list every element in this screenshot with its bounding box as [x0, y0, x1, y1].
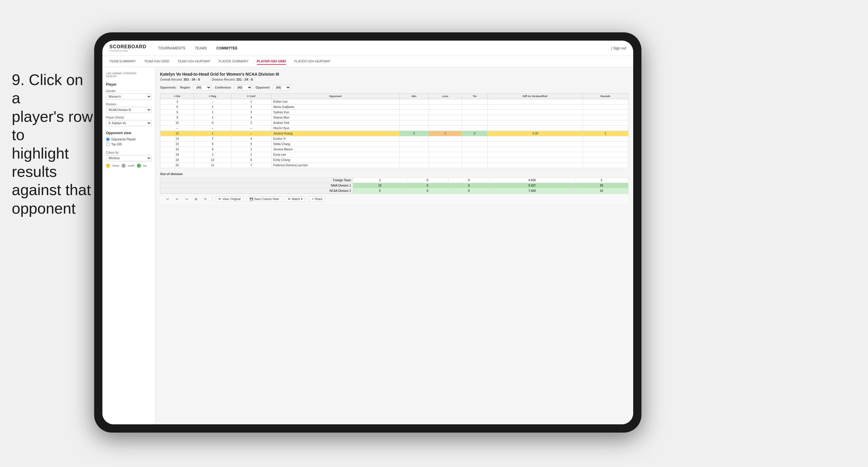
toolbar-divider [212, 196, 212, 202]
save-custom-button[interactable]: 💾 Save Custom View [247, 196, 282, 202]
tab-team-summary[interactable]: TEAM SUMMARY [110, 58, 136, 65]
panel-title: Katelyn Vo Head-to-Head Grid for Women's… [160, 72, 628, 76]
copy-button[interactable]: ⊞ [193, 196, 199, 201]
table-row[interactable]: 1822Euna Lee [160, 152, 628, 157]
watch-icon: 👁 [288, 197, 291, 201]
colour-by-select[interactable]: Win/loss [106, 155, 152, 161]
logo: SCOREBOARD Powered by clippi [110, 44, 147, 52]
main-content: Last Updated: 27/03/2024 16:55:28 Player… [102, 67, 633, 424]
sidebar: Last Updated: 27/03/2024 16:55:28 Player… [102, 67, 155, 424]
table-row[interactable]: 613Sydney Kuo [160, 110, 628, 115]
out-of-division-table: Foreign Team1004.5002NAIA Division 11500… [160, 178, 628, 194]
table-row[interactable]: 20117Federica Domecq Lacroze [160, 163, 628, 168]
sidebar-timestamp: Last Updated: 27/03/2024 16:55:28 [106, 72, 152, 78]
sub-nav: TEAM SUMMARY TEAM H2H GRID TEAM H2H HEAT… [102, 56, 633, 67]
dot-down [106, 164, 110, 168]
tab-player-summary[interactable]: PLAYER SUMMARY [219, 58, 249, 65]
out-div-row[interactable]: NCAA Division 25007.40010 [160, 188, 628, 194]
region-filter-label: Region [180, 86, 190, 89]
tab-team-h2h-heatmap[interactable]: TEAM H2H HEATMAP [178, 58, 210, 65]
colour-by-label: Colour by [106, 151, 152, 154]
redo-button[interactable]: ↩ [174, 196, 180, 201]
table-row[interactable]: 1585Stella Chang [160, 142, 628, 147]
main-panel: Katelyn Vo Head-to-Head Grid for Women's… [155, 67, 633, 424]
table-row[interactable]: 131–Jessica Huang010-3.002 [160, 131, 628, 136]
dot-up-label: Up [143, 164, 147, 167]
view-original-icon: 👁 [218, 197, 221, 201]
undo-button[interactable]: ↩ [165, 196, 170, 201]
share-button[interactable]: ↗ Share [309, 196, 326, 202]
tab-player-h2h-grid[interactable]: PLAYER H2H GRID [257, 58, 286, 65]
out-div-row[interactable]: NAIA Division 115009.26730 [160, 183, 628, 188]
logo-subtitle: Powered by clippi [110, 50, 147, 52]
view-original-button[interactable]: 👁 View: Original [216, 196, 243, 202]
opponent-view-section: Opponent view Opponents Played Top 100 [106, 131, 152, 146]
nav-teams[interactable]: TEAMS [195, 45, 207, 52]
opponent-filter-label: Opponent [256, 86, 270, 89]
tablet-screen: SCOREBOARD Powered by clippi TOURNAMENTS… [102, 41, 633, 424]
table-row[interactable]: 19106Emily Chang [160, 157, 628, 163]
save-icon: 💾 [249, 197, 253, 201]
filter-row: Opponents: Region (All) Conference (All)… [160, 85, 628, 90]
player-rank-select[interactable]: 8. Katelyn Vo [106, 120, 152, 126]
table-row[interactable]: 1691Jessica Mason [160, 147, 628, 152]
opponent-filter-select[interactable]: (All) [273, 85, 291, 90]
table-row[interactable]: 3–1Esther Lee [160, 99, 628, 104]
table-row[interactable]: –––HeeJo Hyun [160, 126, 628, 131]
out-of-division-header: Out of division [160, 172, 628, 176]
colour-legend: Down Level Up [106, 164, 152, 168]
gender-label: Gender [106, 89, 152, 93]
annotation-text: 9. Click on aplayer's row tohighlight re… [12, 71, 94, 217]
th-tie: Tie [462, 94, 487, 99]
conference-filter-select[interactable]: (All) [235, 85, 252, 90]
tablet-frame: SCOREBOARD Powered by clippi TOURNAMENTS… [94, 32, 642, 433]
overall-record: Overall Record: 353 - 34 - 6 [160, 78, 200, 81]
tab-player-h2h-heatmap[interactable]: PLAYER H2H HEATMAP [294, 58, 331, 65]
th-div: # Div [160, 94, 194, 99]
forward-button[interactable]: ↪ [184, 196, 189, 201]
th-reg: # Reg [194, 94, 231, 99]
th-rounds: Rounds [583, 94, 628, 99]
th-loss: Loss [428, 94, 462, 99]
radio-top-100[interactable]: Top 100 [106, 143, 152, 146]
share-icon: ↗ [311, 197, 314, 201]
dot-level-label: Level [128, 164, 134, 167]
bottom-toolbar: ↩ ↩ ↪ ⊞ ↻ 👁 View: Original 💾 Save Custom… [160, 194, 628, 204]
colour-by-section: Colour by Win/loss Down Level Up [106, 151, 152, 168]
th-diff: Diff Av Strokes/Rnd [487, 94, 583, 99]
nav-tournaments[interactable]: TOURNAMENTS [158, 45, 185, 52]
player-rank-label: Player (Rank) [106, 116, 152, 119]
th-conf: # Conf [231, 94, 271, 99]
table-row[interactable]: 1063Andrea York [160, 120, 628, 126]
opponents-filter-label: Opponents: [160, 86, 177, 89]
dot-level [122, 164, 126, 168]
conference-filter-label: Conference [215, 86, 231, 89]
dot-up [137, 164, 141, 168]
logo-title: SCOREBOARD [110, 44, 147, 50]
refresh-button[interactable]: ↻ [203, 196, 208, 201]
gender-select[interactable]: Women's [106, 94, 152, 100]
radio-opponents-played[interactable]: Opponents Played [106, 137, 152, 141]
division-label: Division [106, 103, 152, 106]
table-row[interactable]: 522Alexis Sudjianto [160, 104, 628, 110]
out-div-row[interactable]: Foreign Team1004.5002 [160, 178, 628, 183]
division-select[interactable]: NCAA Division III [106, 107, 152, 113]
table-row[interactable]: 914Sharon Mun [160, 115, 628, 120]
nav-bar: SCOREBOARD Powered by clippi TOURNAMENTS… [102, 41, 633, 56]
th-opponent: Opponent [271, 94, 400, 99]
nav-committee[interactable]: COMMITTEE [216, 45, 238, 52]
watch-button[interactable]: 👁 Watch ▾ [285, 196, 305, 202]
player-h2h-table: # Div # Reg # Conf Opponent Win Loss Tie… [160, 93, 628, 168]
tab-team-h2h-grid[interactable]: TEAM H2H GRID [144, 58, 169, 65]
th-win: Win [400, 94, 428, 99]
table-row[interactable]: 1474Eunice Yi [160, 136, 628, 142]
opponent-view-label: Opponent view [106, 131, 152, 135]
division-record: Division Record: 331 - 34 - 6 [212, 78, 253, 81]
dot-down-label: Down [113, 164, 119, 167]
panel-records: Overall Record: 353 - 34 - 6 Division Re… [160, 78, 628, 81]
sign-out-button[interactable]: | Sign out [612, 46, 626, 50]
region-filter-select[interactable]: (All) [194, 85, 211, 90]
sidebar-section-player: Player [106, 83, 152, 87]
